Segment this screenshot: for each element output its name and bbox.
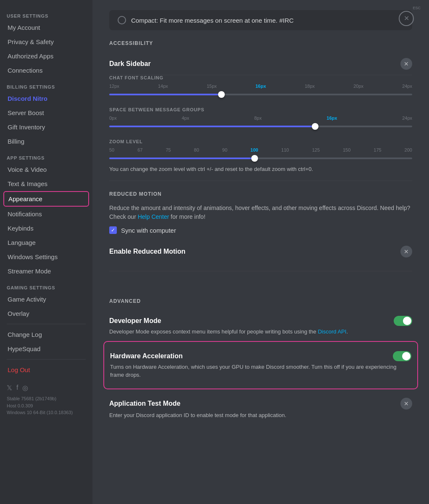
instagram-icon[interactable]: ◎: [22, 384, 28, 392]
zoom-level-track: [109, 158, 412, 159]
sidebar-item-connections[interactable]: Connections: [3, 63, 89, 77]
zoom-marker-100-active: 100: [250, 147, 258, 152]
sidebar-item-privacy-safety[interactable]: Privacy & Safety: [3, 35, 89, 49]
sidebar-item-billing[interactable]: Billing: [3, 134, 89, 148]
help-center-link[interactable]: Help Center: [138, 213, 169, 220]
application-test-mode-desc: Enter your Discord application ID to ena…: [109, 411, 412, 420]
dark-sidebar-label: Dark Sidebar: [109, 60, 151, 68]
user-settings-label: User Settings: [3, 7, 89, 20]
zoom-level-section: ZOOM LEVEL 50 67 75 80 90 100 110 125 15…: [109, 139, 412, 172]
dark-sidebar-toggle[interactable]: ✕: [400, 58, 412, 70]
facebook-icon[interactable]: f: [16, 384, 18, 392]
gaming-settings-section: Gaming Settings Game Activity Overlay: [3, 278, 89, 320]
hardware-acceleration-toggle[interactable]: ✓: [393, 351, 411, 361]
sidebar-item-overlay[interactable]: Overlay: [3, 307, 89, 320]
zoom-marker-110: 110: [281, 147, 289, 152]
enable-reduced-motion-label: Enable Reduced Motion: [109, 248, 185, 255]
space-marker-0px: 0px: [109, 116, 117, 121]
sidebar-item-gift-inventory[interactable]: Gift Inventory: [3, 120, 89, 134]
zoom-hint: You can change the zoom level with ctrl …: [109, 166, 412, 172]
close-icon: ✕: [404, 15, 409, 22]
sidebar-item-text-images[interactable]: Text & Images: [3, 177, 89, 191]
reduced-motion-desc: Reduce the amount and intensity of anima…: [109, 204, 412, 221]
sidebar-item-notifications[interactable]: Notifications: [3, 207, 89, 221]
sidebar-item-hypesquad[interactable]: HypeSquad: [3, 342, 89, 356]
sidebar-item-voice-video[interactable]: Voice & Video: [3, 163, 89, 176]
sidebar-item-logout[interactable]: Log Out: [3, 363, 89, 377]
application-test-mode-block: Application Test Mode ✕ Enter your Disco…: [109, 393, 412, 420]
enable-reduced-motion-toggle[interactable]: ✕: [400, 246, 412, 257]
application-test-mode-toggle[interactable]: ✕: [400, 398, 412, 410]
hardware-acceleration-highlight: Hardware Acceleration ✓ Turns on Hardwar…: [103, 341, 418, 389]
checkbox-check-icon: ✓: [111, 227, 115, 233]
chat-font-track: [109, 94, 412, 95]
chat-font-slider[interactable]: [109, 90, 412, 99]
zoom-marker-125: 125: [312, 147, 320, 152]
space-between-thumb[interactable]: [312, 123, 318, 130]
chat-font-scaling-markers: 12px 14px 15px 16px 18px 20px 24px: [109, 84, 412, 89]
sidebar-item-game-activity[interactable]: Game Activity: [3, 292, 89, 306]
space-marker-4px: 4px: [182, 116, 189, 121]
developer-mode-toggle[interactable]: ✓: [394, 316, 412, 326]
close-button[interactable]: ✕: [399, 11, 414, 26]
divider-1: [109, 181, 412, 181]
twitter-icon[interactable]: 𝕏: [7, 384, 12, 392]
hardware-acceleration-block: Hardware Acceleration ✓ Turns on Hardwar…: [110, 346, 411, 379]
sidebar-item-language[interactable]: Language: [3, 236, 89, 249]
app-settings-label: App Settings: [3, 149, 89, 162]
close-button-area: ✕ ESC: [413, 4, 421, 10]
enable-reduced-motion-icon: ✕: [404, 248, 409, 255]
hardware-acceleration-check: ✓: [405, 353, 410, 359]
sidebar-item-change-log[interactable]: Change Log: [3, 328, 89, 341]
application-test-mode-label: Application Test Mode: [109, 400, 180, 407]
dark-sidebar-row: Dark Sidebar ✕: [109, 53, 412, 75]
sidebar-item-keybinds[interactable]: Keybinds: [3, 221, 89, 235]
developer-mode-toggle-check: ✓: [406, 318, 411, 324]
sync-checkbox[interactable]: ✓: [109, 226, 117, 234]
developer-mode-header: Developer Mode ✓: [109, 311, 412, 328]
sidebar-item-authorized-apps[interactable]: Authorized Apps: [3, 49, 89, 63]
discord-api-link[interactable]: Discord API: [318, 328, 346, 335]
sidebar-item-my-account[interactable]: My Account: [3, 21, 89, 34]
space-marker-16px-active: 16px: [326, 116, 337, 121]
divider-2: [109, 271, 412, 271]
zoom-level-slider[interactable]: [109, 154, 412, 163]
space-between-markers: 0px 4px 8px 16px 24px: [109, 116, 412, 121]
version-info: Stable 75681 (2b1749b) Host 0.0.309 Wind…: [7, 395, 86, 416]
sidebar-item-windows-settings[interactable]: Windows Settings: [3, 250, 89, 264]
billing-settings-label: Billing Settings: [3, 78, 89, 91]
zoom-marker-50: 50: [109, 147, 114, 152]
developer-mode-desc-part1: Developer Mode exposes context menu item…: [109, 328, 318, 335]
marker-24px: 24px: [402, 84, 412, 89]
sidebar: User Settings My Account Privacy & Safet…: [0, 0, 92, 504]
zoom-marker-150: 150: [343, 147, 350, 152]
zoom-marker-90: 90: [222, 147, 227, 152]
zoom-level-fill: [109, 158, 255, 159]
zoom-level-markers: 50 67 75 80 90 100 110 125 150 175 200: [109, 147, 412, 152]
advanced-title: ADVANCED: [109, 298, 412, 304]
sync-with-computer-row: ✓ Sync with computer: [109, 226, 412, 234]
marker-16px-active: 16px: [255, 84, 266, 89]
social-icons: 𝕏 f ◎: [7, 384, 86, 392]
sidebar-divider: [7, 324, 86, 324]
zoom-marker-67: 67: [137, 147, 142, 152]
hardware-acceleration-desc: Turns on Hardware Acceleration, which us…: [110, 363, 411, 379]
billing-settings-section: Billing Settings Discord Nitro Server Bo…: [3, 78, 89, 148]
reduced-motion-section: REDUCED MOTION Reduce the amount and int…: [109, 191, 412, 262]
compact-circle-icon: [118, 16, 126, 24]
sidebar-item-streamer-mode[interactable]: Streamer Mode: [3, 264, 89, 278]
space-between-label: SPACE BETWEEN MESSAGE GROUPS: [109, 107, 412, 112]
dark-sidebar-toggle-icon: ✕: [404, 60, 409, 67]
sidebar-item-appearance[interactable]: Appearance: [3, 191, 89, 207]
sync-checkbox-label: Sync with computer: [121, 227, 176, 234]
space-between-slider[interactable]: [109, 122, 412, 131]
chat-font-scaling-section: CHAT FONT SCALING 12px 14px 15px 16px 18…: [109, 75, 412, 99]
marker-18px: 18px: [305, 84, 315, 89]
sidebar-item-discord-nitro[interactable]: Discord Nitro: [3, 92, 89, 105]
user-settings-section: User Settings My Account Privacy & Safet…: [3, 7, 89, 77]
zoom-level-thumb[interactable]: [251, 155, 258, 162]
space-between-track: [109, 126, 412, 127]
chat-font-thumb[interactable]: [218, 91, 225, 98]
compact-banner: Compact: Fit more messages on screen at …: [109, 10, 412, 30]
sidebar-item-server-boost[interactable]: Server Boost: [3, 106, 89, 120]
